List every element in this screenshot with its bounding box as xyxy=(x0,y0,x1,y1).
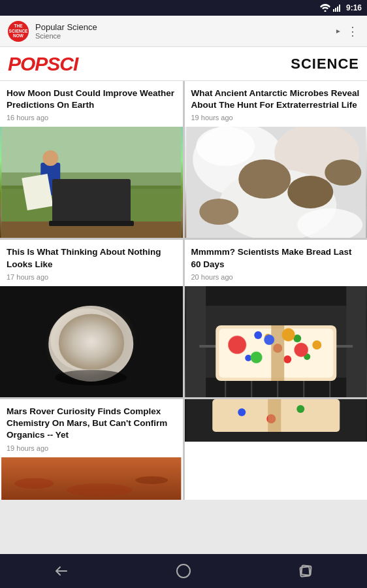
svg-rect-14 xyxy=(1,221,181,238)
svg-rect-2 xyxy=(335,8,336,12)
article-4-title: Mmmmm? Scientists Make Bread Last 60 Day… xyxy=(191,246,361,270)
article-card-5[interactable]: Mars Rover Curiosity Finds Complex Chemi… xyxy=(0,399,183,500)
svg-rect-3 xyxy=(337,7,338,12)
article-3-text: This Is What Thinking About Nothing Look… xyxy=(0,240,183,286)
svg-rect-10 xyxy=(22,174,53,210)
svg-point-22 xyxy=(325,159,361,186)
back-icon xyxy=(54,563,69,579)
status-icons: 9:16 xyxy=(320,3,362,12)
svg-point-55 xyxy=(67,483,132,497)
article-4-image xyxy=(185,286,368,397)
notification-arrow-icon: ► xyxy=(335,27,342,35)
svg-point-49 xyxy=(304,353,310,360)
section-label: SCIENCE xyxy=(291,56,359,73)
svg-rect-62 xyxy=(268,399,281,432)
article-5-text: Mars Rover Curiosity Finds Complex Chemi… xyxy=(0,399,183,457)
articles-grid: How Moon Dust Could Improve Weather Pred… xyxy=(0,81,367,500)
article-4-svg xyxy=(185,286,368,397)
article-1-time: 16 hours ago xyxy=(7,114,176,122)
article-3-image xyxy=(0,286,183,397)
article-4-text: Mmmmm? Scientists Make Bread Last 60 Day… xyxy=(185,240,368,286)
svg-point-43 xyxy=(254,331,262,339)
article-2-image xyxy=(185,127,368,238)
svg-point-27 xyxy=(50,308,122,371)
svg-rect-41 xyxy=(219,329,333,378)
svg-point-9 xyxy=(42,150,58,166)
svg-point-42 xyxy=(234,340,243,350)
svg-point-23 xyxy=(196,127,255,166)
article-card-4[interactable]: Mmmmm? Scientists Make Bread Last 60 Day… xyxy=(185,240,368,397)
article-card-1[interactable]: How Moon Dust Could Improve Weather Pred… xyxy=(0,81,183,238)
time-display: 9:16 xyxy=(346,3,362,12)
svg-point-44 xyxy=(273,344,282,353)
svg-point-61 xyxy=(296,405,304,413)
svg-point-50 xyxy=(264,334,271,340)
article-1-image xyxy=(0,127,183,238)
app-category: Science xyxy=(35,32,335,40)
app-bar: THE SCIENCE NOW Popular Science Science … xyxy=(0,16,367,47)
article-5-svg xyxy=(0,457,183,500)
back-button[interactable] xyxy=(42,559,81,583)
popsci-logo: POPSCI xyxy=(8,53,78,75)
article-1-text: How Moon Dust Could Improve Weather Pred… xyxy=(0,81,183,127)
article-3-title: This Is What Thinking About Nothing Look… xyxy=(7,246,176,270)
article-card-6[interactable] xyxy=(185,399,368,500)
svg-rect-1 xyxy=(333,9,334,12)
home-button[interactable] xyxy=(164,559,203,583)
status-bar: 9:16 xyxy=(0,0,367,16)
article-5-time: 19 hours ago xyxy=(7,444,176,452)
article-2-title: What Ancient Antarctic Microbes Reveal A… xyxy=(191,88,361,111)
svg-point-63 xyxy=(177,564,190,578)
signal-icon xyxy=(333,4,341,12)
bottom-navigation xyxy=(0,554,367,588)
overflow-menu-button[interactable]: ⋮ xyxy=(347,24,359,39)
article-4-time: 20 hours ago xyxy=(191,273,361,281)
app-icon: THE SCIENCE NOW xyxy=(8,21,29,42)
svg-rect-11 xyxy=(57,189,109,225)
home-icon xyxy=(176,563,191,579)
svg-point-45 xyxy=(293,335,301,342)
svg-rect-33 xyxy=(346,286,366,397)
svg-point-47 xyxy=(245,355,251,361)
article-3-svg xyxy=(0,286,183,397)
article-1-svg xyxy=(0,127,183,238)
svg-point-20 xyxy=(287,176,333,208)
svg-rect-40 xyxy=(215,325,336,381)
article-5-image xyxy=(0,457,183,500)
svg-point-59 xyxy=(238,408,246,416)
svg-point-0 xyxy=(324,10,326,12)
article-6-image xyxy=(185,399,368,442)
svg-rect-12 xyxy=(59,191,107,220)
svg-point-54 xyxy=(14,478,54,489)
svg-rect-30 xyxy=(186,286,366,306)
article-6-svg xyxy=(185,399,368,442)
svg-point-56 xyxy=(135,476,168,484)
svg-rect-51 xyxy=(271,325,284,381)
svg-point-21 xyxy=(199,199,238,225)
svg-point-28 xyxy=(55,370,127,385)
article-1-title: How Moon Dust Could Improve Weather Pred… xyxy=(7,88,176,111)
section-header: POPSCI SCIENCE xyxy=(0,47,367,81)
svg-rect-4 xyxy=(339,5,340,12)
article-2-time: 19 hours ago xyxy=(191,114,361,122)
svg-point-48 xyxy=(283,355,291,363)
svg-point-19 xyxy=(238,159,291,199)
article-card-2[interactable]: What Ancient Antarctic Microbes Reveal A… xyxy=(185,81,368,238)
article-5-title: Mars Rover Curiosity Finds Complex Chemi… xyxy=(7,406,176,442)
article-2-text: What Ancient Antarctic Microbes Reveal A… xyxy=(185,81,368,127)
recent-icon xyxy=(298,563,313,579)
svg-point-46 xyxy=(312,340,321,350)
article-card-3[interactable]: This Is What Thinking About Nothing Look… xyxy=(0,240,183,397)
app-name: Popular Science xyxy=(35,22,335,32)
svg-rect-32 xyxy=(186,286,206,397)
article-3-time: 17 hours ago xyxy=(7,273,176,281)
article-2-svg xyxy=(185,127,368,238)
svg-rect-34 xyxy=(199,345,353,348)
wifi-icon xyxy=(320,4,330,12)
app-title-block: Popular Science Science xyxy=(35,22,335,40)
recent-apps-button[interactable] xyxy=(286,559,325,583)
